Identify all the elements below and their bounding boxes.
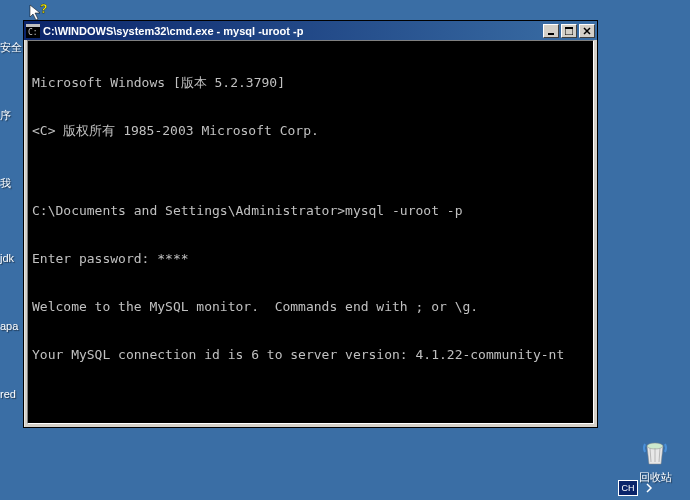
minimize-button[interactable]	[543, 24, 559, 38]
desktop-label-partial-2: 序	[0, 108, 11, 123]
console-line: Microsoft Windows [版本 5.2.3790]	[32, 75, 589, 91]
console-line: <C> 版权所有 1985-2003 Microsoft Corp.	[32, 123, 589, 139]
window-controls	[543, 24, 595, 38]
window-title: C:\WINDOWS\system32\cmd.exe - mysql -uro…	[43, 25, 543, 37]
console-line: Welcome to the MySQL monitor. Commands e…	[32, 299, 589, 315]
svg-rect-4	[548, 33, 554, 35]
console-line: Your MySQL connection id is 6 to server …	[32, 347, 589, 363]
svg-text:?: ?	[40, 3, 47, 16]
ime-indicator[interactable]: CH	[618, 480, 638, 496]
svg-rect-2	[26, 24, 40, 27]
svg-text:C:: C:	[28, 28, 38, 37]
svg-rect-6	[565, 27, 573, 29]
desktop-label-partial-6: red	[0, 388, 16, 400]
recycle-bin-label: 回收站	[635, 470, 675, 485]
desktop-label-partial-1: 安全	[0, 40, 22, 55]
console-line: C:\Documents and Settings\Administrator>…	[32, 203, 589, 219]
desktop-label-partial-4: jdk	[0, 252, 14, 264]
desktop-label-partial-5: apa	[0, 320, 18, 332]
titlebar[interactable]: C: C:\WINDOWS\system32\cmd.exe - mysql -…	[24, 21, 597, 40]
ime-options-icon[interactable]	[644, 480, 654, 496]
trash-icon	[639, 436, 671, 468]
maximize-button[interactable]	[561, 24, 577, 38]
console-line: Enter password: ****	[32, 251, 589, 267]
close-button[interactable]	[579, 24, 595, 38]
cmd-window: C: C:\WINDOWS\system32\cmd.exe - mysql -…	[23, 20, 598, 428]
recycle-bin-icon[interactable]: 回收站	[635, 436, 675, 485]
desktop-label-partial-3: 我	[0, 176, 11, 191]
console-output[interactable]: Microsoft Windows [版本 5.2.3790] <C> 版权所有…	[27, 40, 594, 424]
cmd-icon: C:	[26, 24, 40, 38]
